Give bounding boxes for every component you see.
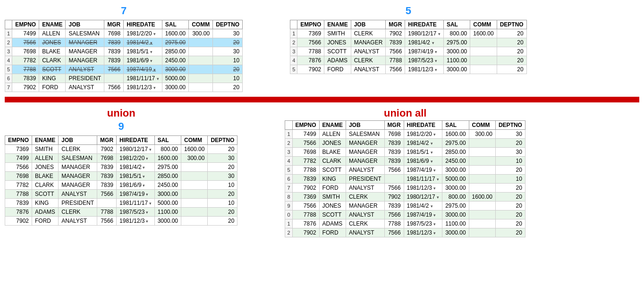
cell-sal: 3000.00 [442,166,469,175]
cell-comm [469,157,495,166]
cell-hiredate: 1980/12/17 ▾ [404,193,442,202]
cell-comm [181,190,208,199]
cell-comm [181,163,208,172]
cell-comm [470,56,497,65]
cell-mgr: 7788 [384,219,404,228]
table-row: 7876ADAMSCLERK77881987/5/23 ▾1100.0020 [5,208,237,217]
cell-comm [469,175,495,184]
cell-deptno: 10 [495,157,525,166]
cell-deptno: 10 [495,175,525,184]
cell-job: SALESMAN [66,29,104,38]
cell-deptno: 30 [495,130,525,139]
cell-mgr: 7839 [384,157,404,166]
top-left-panel: 7 EMPNO ENAME JOB MGR HIREDATE SAL COMM … [5,5,243,92]
cell-ename: ADAMS [324,56,351,65]
table-row: 97566JONESMANAGER78391981/4/2 ▾2975.0020 [285,202,525,210]
col-header-hiredate: HIREDATE [117,136,155,145]
cell-comm [181,217,208,226]
cell-mgr: 7839 [97,172,117,181]
cell-sal: 2450.00 [154,181,181,190]
cell-comm: 300.00 [181,154,208,163]
cell-job: MANAGER [59,172,97,181]
cell-deptno: 20 [495,228,525,237]
cell-ename: FORD [319,228,346,237]
red-divider [5,97,639,102]
cell-sal: 3000.00 [442,184,469,193]
table-row: 27566JONESMANAGER78391981/4/2 ▾2975.0020 [290,38,527,47]
cell-mgr: 7839 [104,38,124,47]
cell-hiredate: 1981/4/2 ▾ [124,38,162,47]
cell-empno: 7902 [12,83,39,92]
cell-job: ANALYST [66,65,104,74]
cell-mgr: 7566 [384,184,404,193]
cell-empno: 7698 [12,47,39,56]
cell-sal: 1600.00 [442,130,469,139]
cell-mgr: 7566 [384,228,404,237]
cell-empno: 7369 [292,193,319,202]
row-number: 2 [290,38,297,47]
cell-empno: 7788 [297,47,324,56]
cell-sal: 2975.00 [443,38,470,47]
table-row: 7788SCOTTANALYST75661987/4/19 ▾3000.0020 [5,190,237,199]
col-header-job: JOB [59,136,97,145]
cell-deptno: 20 [497,47,526,56]
cell-comm: 300.00 [189,29,213,38]
cell-empno: 7566 [292,202,319,210]
cell-job: PRESIDENT [66,74,104,83]
cell-deptno: 20 [208,163,237,172]
cell-deptno: 10 [213,56,243,65]
cell-hiredate: 1981/5/1 ▾ [117,172,155,181]
cell-job: MANAGER [66,47,104,56]
cell-ename: SMITH [32,145,59,154]
cell-deptno: 30 [495,148,525,157]
cell-ename: JONES [319,139,346,148]
cell-ename: BLAKE [32,172,59,181]
cell-ename: SMITH [324,29,351,38]
col-header-job: JOB [346,121,384,130]
cell-comm [470,47,497,56]
cell-ename: FORD [32,217,59,226]
col-header-job: JOB [351,20,386,29]
cell-sal: 5000.00 [154,199,181,208]
cell-sal: 3000.00 [162,65,188,74]
cell-ename: ADAMS [32,208,59,217]
cell-sal: 1600.00 [154,154,181,163]
row-number: 1 [285,130,292,139]
cell-sal: 3000.00 [162,83,188,92]
cell-hiredate: 1981/2/20 ▾ [117,154,155,163]
cell-ename: BLAKE [319,148,346,157]
cell-ename: CLARK [39,56,66,65]
cell-comm [469,139,495,148]
col-header-sal: SAL [154,136,181,145]
cell-comm [181,172,208,181]
cell-job: MANAGER [351,38,386,47]
cell-deptno: 10 [213,74,243,83]
cell-ename: SCOTT [32,190,59,199]
table-row: 7902FORDANALYST75661981/12/3 ▾3000.0020 [5,217,237,226]
cell-mgr [97,199,117,208]
cell-job: ANALYST [346,184,384,193]
cell-ename: ADAMS [319,219,346,228]
table-row: 57788SCOTTANALYST75661987/4/19 ▾3000.002… [5,65,243,74]
cell-deptno: 20 [208,217,237,226]
cell-sal: 3000.00 [442,228,469,237]
top-section: 7 EMPNO ENAME JOB MGR HIREDATE SAL COMM … [5,5,639,92]
col-header-empno: EMPNO [12,20,39,29]
cell-ename: SMITH [319,193,346,202]
cell-empno: 7566 [12,38,39,47]
cell-comm [469,148,495,157]
row-number: 7 [5,83,12,92]
cell-deptno: 30 [208,172,237,181]
col-header-comm: COMM [469,121,495,130]
cell-hiredate: 1981/5/1 ▾ [124,47,162,56]
col-header-ename: ENAME [319,121,346,130]
cell-mgr: 7698 [104,29,124,38]
row-number: 1 [285,219,292,228]
cell-mgr: 7566 [97,217,117,226]
col-header-hiredate: HIREDATE [405,20,444,29]
cell-empno: 7788 [292,210,319,219]
cell-sal: 2975.00 [442,139,469,148]
table-row: 7698BLAKEMANAGER78391981/5/1 ▾2850.0030 [5,172,237,181]
cell-empno: 7876 [5,208,32,217]
cell-hiredate: 1980/12/17 ▾ [117,145,155,154]
